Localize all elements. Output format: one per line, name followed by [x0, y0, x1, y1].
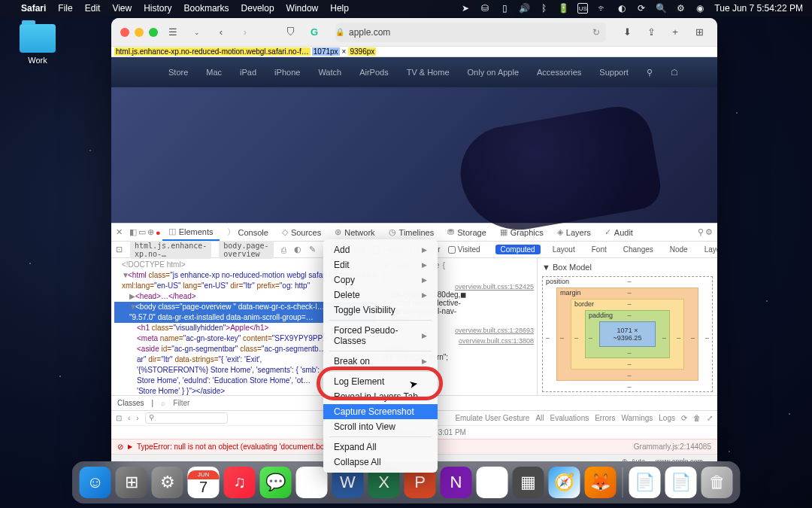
stop-icon[interactable]: ● — [156, 228, 161, 237]
search-icon[interactable]: ⚲ — [647, 68, 653, 78]
nav-ipad[interactable]: iPad — [240, 68, 256, 77]
tab-layers[interactable]: ◈Layers — [551, 224, 597, 241]
downloads-icon[interactable]: ⬇ — [618, 23, 636, 41]
tab-sources[interactable]: ◇Sources — [276, 224, 327, 241]
location-icon[interactable]: ➤ — [460, 3, 471, 14]
cm-delete[interactable]: Delete▶ — [323, 287, 438, 303]
back-button-icon[interactable]: ‹ — [212, 23, 230, 41]
cm-toggle-visibility[interactable]: Toggle Visibility — [323, 303, 438, 318]
sync-icon[interactable]: ⟳ — [636, 3, 647, 14]
dropbox-icon[interactable]: ⛁ — [480, 3, 490, 14]
dock-chrome[interactable]: ◉ — [296, 467, 328, 498]
filter-input[interactable] — [173, 399, 711, 407]
shield-icon[interactable]: ⛉ — [281, 23, 299, 41]
menubar-edit[interactable]: Edit — [85, 3, 101, 14]
dock-music[interactable]: ♫ — [224, 467, 256, 498]
tab-timelines[interactable]: ◷Timelines — [383, 224, 441, 241]
battery-icon[interactable]: 🔋 — [558, 3, 568, 14]
expand-icon[interactable]: ⤢ — [707, 414, 713, 422]
dock-trash[interactable]: 🗑 — [701, 467, 733, 498]
dom-search[interactable]: ⚲ — [145, 412, 228, 424]
error-source[interactable]: Grammarly.js:2:144085 — [634, 443, 711, 451]
input-source-icon[interactable]: US — [577, 3, 588, 14]
cm-edit[interactable]: Edit▶ — [323, 257, 438, 272]
dock-calendar[interactable]: JUN7 — [188, 467, 220, 498]
sidebar-toggle-icon[interactable]: ☰ — [164, 23, 182, 41]
breadcrumb-html[interactable]: html.js.enhance-xp.no-… — [130, 241, 211, 259]
nav-store[interactable]: Store — [168, 68, 188, 77]
reload-icon[interactable]: ⟳ — [681, 414, 687, 422]
url-bar[interactable]: 🔒 apple.com ↻ — [335, 23, 606, 42]
desktop-folder-work[interactable]: Work — [15, 24, 60, 65]
tab-audit[interactable]: ✓Audit — [598, 224, 639, 241]
cm-copy[interactable]: Copy▶ — [323, 272, 438, 287]
dark-icon[interactable]: ◐ — [294, 245, 301, 254]
print-icon[interactable]: ⎙ — [281, 245, 286, 254]
new-tab-icon[interactable]: + — [666, 23, 684, 41]
cm-pseudo[interactable]: Forced Pseudo-Classes▶ — [323, 323, 438, 348]
zoom-button[interactable] — [149, 28, 158, 37]
minimize-button[interactable] — [135, 28, 144, 37]
close-button[interactable] — [120, 28, 129, 37]
brush-icon[interactable]: ✎ — [309, 245, 316, 254]
nav-next-icon[interactable]: › — [136, 414, 138, 422]
grammarly-icon[interactable]: G — [305, 23, 323, 41]
classes-label[interactable]: Classes — [117, 399, 144, 407]
filter-warnings[interactable]: Warnings — [621, 414, 653, 422]
dock-side-icon[interactable]: ◧ — [129, 227, 137, 237]
device-icon[interactable]: ▭ — [138, 227, 146, 237]
bluetooth-icon[interactable]: ᛒ — [538, 3, 549, 14]
nav-onlyapple[interactable]: Only on Apple — [468, 68, 520, 77]
spotlight-icon[interactable]: 🔍 — [656, 3, 666, 14]
menubar-help[interactable]: Help — [330, 3, 349, 14]
tabs-icon[interactable]: ⊞ — [690, 23, 708, 41]
console-toggle-icon[interactable]: ⊡ — [116, 414, 122, 422]
filter-logs[interactable]: Logs — [659, 414, 675, 422]
cm-capture-screenshot[interactable]: Capture Screenshot — [323, 404, 438, 419]
tab-elements[interactable]: ◫Elements — [162, 224, 220, 241]
emulate-gesture[interactable]: Emulate User Gesture — [455, 414, 529, 422]
search-icon[interactable]: ⚲ — [698, 227, 704, 237]
tab-layout[interactable]: Layout — [548, 245, 580, 254]
share-icon[interactable]: ⇪ — [642, 23, 660, 41]
tab-changes[interactable]: Changes — [619, 245, 658, 254]
pick-icon[interactable]: ⊕ — [147, 227, 154, 237]
dock-app[interactable]: ▦ — [513, 467, 544, 498]
chevron-down-icon[interactable]: ⌄ — [188, 23, 206, 41]
dock-firefox[interactable]: 🦊 — [585, 467, 617, 498]
tab-storage[interactable]: ⛃Storage — [441, 224, 492, 241]
menubar-develop[interactable]: Develop — [241, 3, 274, 14]
menubar-history[interactable]: History — [144, 3, 171, 14]
tab-network[interactable]: ⊛Network — [329, 224, 380, 241]
filter-errors[interactable]: Errors — [595, 414, 615, 422]
nav-mac[interactable]: Mac — [206, 68, 222, 77]
breadcrumb-body[interactable]: body.page-overview — [219, 241, 273, 259]
tab-layers-r[interactable]: Layers — [700, 245, 717, 254]
wifi-icon[interactable]: ᯤ — [597, 3, 607, 14]
dock-launchpad[interactable]: ⊞ — [116, 467, 147, 498]
device-icon[interactable]: ▯ — [499, 3, 510, 14]
dock-onenote[interactable]: N — [441, 467, 472, 498]
volume-icon[interactable]: 🔊 — [519, 3, 529, 14]
dock-safari[interactable]: 🧭 — [549, 467, 580, 498]
nav-support[interactable]: Support — [599, 68, 629, 77]
trash-icon[interactable]: 🗑 — [693, 414, 701, 422]
siri-icon[interactable]: ◉ — [695, 3, 705, 14]
nav-watch[interactable]: Watch — [318, 68, 341, 77]
tab-node[interactable]: Node — [665, 245, 692, 254]
menubar-bookmarks[interactable]: Bookmarks — [184, 3, 229, 14]
dock-document[interactable]: 📄 — [665, 467, 697, 498]
pick-element-icon[interactable]: ⊡ — [116, 245, 123, 254]
reload-icon[interactable]: ↻ — [592, 27, 600, 38]
filter-all[interactable]: All — [535, 414, 544, 422]
opt-visited[interactable]: Visited — [448, 245, 480, 254]
close-icon[interactable]: ✕ — [116, 227, 128, 237]
nav-iphone[interactable]: iPhone — [274, 68, 300, 77]
cm-collapse-all[interactable]: Collapse All — [323, 455, 438, 470]
nav-prev-icon[interactable]: ‹ — [128, 414, 130, 422]
nav-accessories[interactable]: Accessories — [537, 68, 581, 77]
forward-button-icon[interactable]: › — [236, 23, 254, 41]
tab-console[interactable]: 〉Console — [221, 224, 274, 241]
dock-messages[interactable]: 💬 — [260, 467, 292, 498]
dock-finder[interactable]: ☺ — [80, 467, 111, 498]
